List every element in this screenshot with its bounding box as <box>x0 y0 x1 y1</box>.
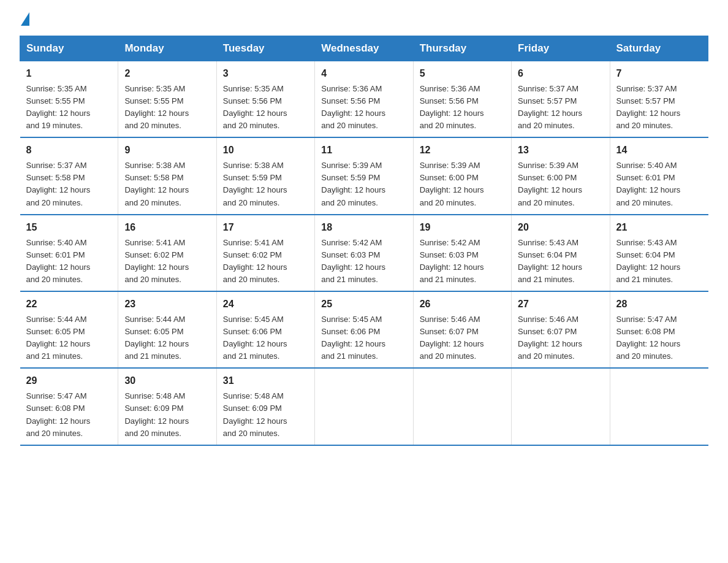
column-header-thursday: Thursday <box>413 36 511 61</box>
calendar-week-row: 29 Sunrise: 5:47 AMSunset: 6:08 PMDaylig… <box>20 368 708 445</box>
day-info: Sunrise: 5:45 AMSunset: 6:06 PMDaylight:… <box>223 313 308 363</box>
calendar-cell: 11 Sunrise: 5:39 AMSunset: 5:59 PMDaylig… <box>315 137 413 214</box>
logo-triangle-icon <box>21 12 29 26</box>
day-info: Sunrise: 5:38 AMSunset: 5:59 PMDaylight:… <box>223 159 308 209</box>
column-header-saturday: Saturday <box>610 36 708 61</box>
column-header-sunday: Sunday <box>20 36 118 61</box>
calendar-cell: 21 Sunrise: 5:43 AMSunset: 6:04 PMDaylig… <box>610 215 708 291</box>
day-number: 14 <box>616 143 702 158</box>
day-info: Sunrise: 5:36 AMSunset: 5:56 PMDaylight:… <box>321 83 406 132</box>
calendar-cell: 29 Sunrise: 5:47 AMSunset: 6:08 PMDaylig… <box>20 368 118 445</box>
day-number: 19 <box>420 220 505 236</box>
calendar-cell: 25 Sunrise: 5:45 AMSunset: 6:06 PMDaylig… <box>315 291 413 368</box>
calendar-cell: 23 Sunrise: 5:44 AMSunset: 6:05 PMDaylig… <box>118 291 216 368</box>
day-info: Sunrise: 5:35 AMSunset: 5:55 PMDaylight:… <box>26 83 112 132</box>
day-number: 3 <box>223 66 308 82</box>
day-number: 25 <box>321 297 406 312</box>
day-info: Sunrise: 5:37 AMSunset: 5:58 PMDaylight:… <box>26 159 112 209</box>
column-header-monday: Monday <box>118 36 216 61</box>
calendar-cell: 14 Sunrise: 5:40 AMSunset: 6:01 PMDaylig… <box>610 137 708 214</box>
calendar-cell <box>315 368 413 445</box>
day-number: 1 <box>26 66 112 82</box>
day-info: Sunrise: 5:48 AMSunset: 6:09 PMDaylight:… <box>223 390 308 440</box>
day-number: 22 <box>26 297 112 312</box>
day-info: Sunrise: 5:42 AMSunset: 6:03 PMDaylight:… <box>321 237 406 286</box>
day-info: Sunrise: 5:35 AMSunset: 5:56 PMDaylight:… <box>223 83 308 132</box>
calendar-cell: 26 Sunrise: 5:46 AMSunset: 6:07 PMDaylig… <box>413 291 511 368</box>
calendar-cell: 16 Sunrise: 5:41 AMSunset: 6:02 PMDaylig… <box>118 215 216 291</box>
day-number: 26 <box>420 297 505 312</box>
day-info: Sunrise: 5:36 AMSunset: 5:56 PMDaylight:… <box>420 83 505 132</box>
logo <box>20 15 29 26</box>
day-info: Sunrise: 5:39 AMSunset: 5:59 PMDaylight:… <box>321 159 406 209</box>
calendar-cell: 22 Sunrise: 5:44 AMSunset: 6:05 PMDaylig… <box>20 291 118 368</box>
calendar-cell: 5 Sunrise: 5:36 AMSunset: 5:56 PMDayligh… <box>413 61 511 138</box>
day-number: 11 <box>321 143 406 158</box>
calendar-cell: 7 Sunrise: 5:37 AMSunset: 5:57 PMDayligh… <box>610 61 708 138</box>
page-header <box>20 15 708 26</box>
calendar-table: SundayMondayTuesdayWednesdayThursdayFrid… <box>20 36 708 446</box>
calendar-cell: 1 Sunrise: 5:35 AMSunset: 5:55 PMDayligh… <box>20 61 118 138</box>
calendar-cell: 9 Sunrise: 5:38 AMSunset: 5:58 PMDayligh… <box>118 137 216 214</box>
calendar-cell <box>610 368 708 445</box>
day-number: 10 <box>223 143 308 158</box>
day-info: Sunrise: 5:44 AMSunset: 6:05 PMDaylight:… <box>124 313 210 363</box>
day-info: Sunrise: 5:43 AMSunset: 6:04 PMDaylight:… <box>518 237 603 286</box>
day-number: 17 <box>223 220 308 236</box>
day-number: 20 <box>518 220 603 236</box>
day-number: 15 <box>26 220 112 236</box>
day-number: 13 <box>518 143 603 158</box>
day-number: 30 <box>124 373 210 389</box>
day-info: Sunrise: 5:47 AMSunset: 6:08 PMDaylight:… <box>616 313 702 363</box>
calendar-cell: 31 Sunrise: 5:48 AMSunset: 6:09 PMDaylig… <box>216 368 314 445</box>
day-info: Sunrise: 5:38 AMSunset: 5:58 PMDaylight:… <box>124 159 210 209</box>
day-number: 12 <box>420 143 505 158</box>
day-info: Sunrise: 5:40 AMSunset: 6:01 PMDaylight:… <box>616 159 702 209</box>
calendar-cell: 20 Sunrise: 5:43 AMSunset: 6:04 PMDaylig… <box>512 215 610 291</box>
day-info: Sunrise: 5:47 AMSunset: 6:08 PMDaylight:… <box>26 390 112 440</box>
calendar-cell: 30 Sunrise: 5:48 AMSunset: 6:09 PMDaylig… <box>118 368 216 445</box>
day-number: 27 <box>518 297 603 312</box>
day-info: Sunrise: 5:44 AMSunset: 6:05 PMDaylight:… <box>26 313 112 363</box>
calendar-cell: 27 Sunrise: 5:46 AMSunset: 6:07 PMDaylig… <box>512 291 610 368</box>
calendar-cell: 3 Sunrise: 5:35 AMSunset: 5:56 PMDayligh… <box>216 61 314 138</box>
day-number: 24 <box>223 297 308 312</box>
calendar-cell: 6 Sunrise: 5:37 AMSunset: 5:57 PMDayligh… <box>512 61 610 138</box>
day-number: 31 <box>223 373 308 389</box>
day-info: Sunrise: 5:39 AMSunset: 6:00 PMDaylight:… <box>420 159 505 209</box>
day-number: 5 <box>420 66 505 82</box>
calendar-cell <box>512 368 610 445</box>
day-number: 29 <box>26 373 112 389</box>
calendar-cell: 19 Sunrise: 5:42 AMSunset: 6:03 PMDaylig… <box>413 215 511 291</box>
day-info: Sunrise: 5:46 AMSunset: 6:07 PMDaylight:… <box>420 313 505 363</box>
day-info: Sunrise: 5:37 AMSunset: 5:57 PMDaylight:… <box>518 83 603 132</box>
day-number: 9 <box>124 143 210 158</box>
day-number: 16 <box>124 220 210 236</box>
column-header-friday: Friday <box>512 36 610 61</box>
column-header-tuesday: Tuesday <box>216 36 314 61</box>
calendar-cell: 2 Sunrise: 5:35 AMSunset: 5:55 PMDayligh… <box>118 61 216 138</box>
day-info: Sunrise: 5:41 AMSunset: 6:02 PMDaylight:… <box>124 237 210 286</box>
day-number: 23 <box>124 297 210 312</box>
day-info: Sunrise: 5:46 AMSunset: 6:07 PMDaylight:… <box>518 313 603 363</box>
day-number: 18 <box>321 220 406 236</box>
day-number: 6 <box>518 66 603 82</box>
day-number: 28 <box>616 297 702 312</box>
calendar-cell <box>413 368 511 445</box>
calendar-cell: 17 Sunrise: 5:41 AMSunset: 6:02 PMDaylig… <box>216 215 314 291</box>
calendar-cell: 4 Sunrise: 5:36 AMSunset: 5:56 PMDayligh… <box>315 61 413 138</box>
column-header-wednesday: Wednesday <box>315 36 413 61</box>
day-number: 2 <box>124 66 210 82</box>
day-number: 21 <box>616 220 702 236</box>
day-number: 4 <box>321 66 406 82</box>
calendar-cell: 28 Sunrise: 5:47 AMSunset: 6:08 PMDaylig… <box>610 291 708 368</box>
day-info: Sunrise: 5:48 AMSunset: 6:09 PMDaylight:… <box>124 390 210 440</box>
calendar-cell: 10 Sunrise: 5:38 AMSunset: 5:59 PMDaylig… <box>216 137 314 214</box>
calendar-week-row: 8 Sunrise: 5:37 AMSunset: 5:58 PMDayligh… <box>20 137 708 214</box>
day-number: 7 <box>616 66 702 82</box>
day-info: Sunrise: 5:40 AMSunset: 6:01 PMDaylight:… <box>26 237 112 286</box>
calendar-cell: 12 Sunrise: 5:39 AMSunset: 6:00 PMDaylig… <box>413 137 511 214</box>
day-info: Sunrise: 5:43 AMSunset: 6:04 PMDaylight:… <box>616 237 702 286</box>
calendar-cell: 8 Sunrise: 5:37 AMSunset: 5:58 PMDayligh… <box>20 137 118 214</box>
day-info: Sunrise: 5:35 AMSunset: 5:55 PMDaylight:… <box>124 83 210 132</box>
